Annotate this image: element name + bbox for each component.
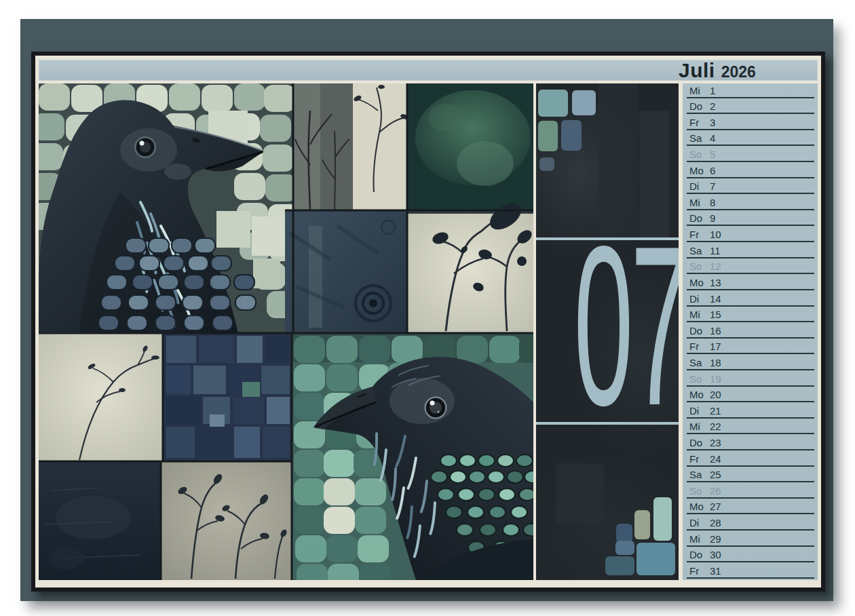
day-abbr: Di: [689, 405, 707, 417]
mosaic-texture-column: [556, 463, 604, 524]
day-row: Mo13: [683, 275, 818, 292]
day-abbr: So: [689, 261, 707, 272]
mosaic-tile: [539, 157, 554, 171]
mosaic-tile: [634, 510, 650, 539]
day-row: Di14: [683, 292, 818, 308]
day-number: 4: [710, 132, 715, 144]
mosaic-tile: [538, 121, 558, 151]
day-number: 21: [710, 405, 721, 417]
day-abbr: Do: [689, 437, 707, 448]
day-abbr: Fr: [689, 341, 707, 352]
mosaic-tile: [615, 541, 634, 555]
day-row: Do9: [683, 212, 818, 228]
tree-panel-gray: [293, 83, 353, 210]
day-row: So12: [683, 260, 818, 276]
desk-pad: Juli 2026: [20, 19, 833, 601]
artwork-panel: [39, 83, 533, 580]
day-row: Mo6: [683, 163, 818, 180]
month-name: Juli: [679, 60, 715, 80]
day-row: Di7: [683, 180, 818, 196]
day-number: 17: [710, 341, 721, 352]
block-mosaic-panel: [163, 333, 292, 461]
mosaic-tile: [572, 90, 596, 115]
day-abbr: Sa: [689, 357, 707, 368]
day-abbr: Di: [689, 293, 707, 305]
day-number: 2: [710, 100, 715, 112]
day-number: 15: [710, 309, 721, 320]
day-abbr: Mo: [689, 501, 707, 512]
day-number: 26: [710, 485, 721, 497]
day-abbr: So: [689, 373, 707, 385]
day-number: 25: [710, 469, 721, 480]
day-row: Mo20: [683, 388, 818, 404]
day-number: 5: [710, 149, 715, 160]
day-row: Fr24: [683, 452, 818, 468]
day-abbr: So: [689, 485, 707, 497]
twig-bush-panel: [161, 461, 292, 580]
thin-branch-panel: [39, 333, 163, 461]
day-number: 10: [710, 229, 721, 240]
day-row: Do2: [683, 100, 818, 116]
calendar-sheet: Juli 2026: [31, 52, 825, 592]
day-number: 20: [710, 389, 721, 400]
day-abbr: Di: [689, 180, 707, 192]
day-number: 30: [710, 549, 721, 560]
day-row: Mi29: [683, 532, 818, 548]
day-number: 16: [710, 325, 721, 336]
day-number: 19: [710, 373, 721, 385]
day-number: 14: [710, 293, 721, 305]
day-row: Do23: [683, 436, 818, 452]
day-abbr: Do: [689, 100, 707, 112]
cream-mat: Juli 2026: [35, 56, 821, 588]
day-abbr: Mi: [689, 309, 707, 320]
day-number: 11: [710, 245, 721, 256]
day-row: Fr17: [683, 340, 818, 356]
day-number: 3: [710, 117, 715, 128]
day-number: 18: [710, 357, 721, 368]
day-row: Mo27: [683, 500, 818, 516]
day-number: 29: [710, 533, 721, 545]
day-abbr: Di: [689, 517, 707, 528]
day-row: Fr10: [683, 227, 818, 244]
day-row: Mi8: [683, 195, 818, 212]
mosaic-tile: [636, 543, 675, 575]
day-number: 7: [710, 180, 715, 192]
day-abbr: Fr: [689, 453, 707, 465]
day-row: Sa4: [683, 132, 818, 148]
day-number: 28: [710, 517, 721, 528]
day-number: 27: [710, 501, 721, 512]
day-number: 8: [710, 197, 715, 208]
day-row: Mi1: [683, 83, 818, 100]
day-abbr: Mi: [689, 421, 707, 432]
day-number: 31: [710, 565, 721, 577]
twig-panel-cream: [353, 83, 409, 210]
day-row: Sa11: [683, 244, 818, 260]
day-abbr: Mo: [689, 277, 707, 288]
mosaic-tile: [538, 90, 568, 117]
glow-panel-teal: [407, 83, 533, 210]
dark-texture-panel: [39, 461, 161, 580]
day-abbr: Mi: [689, 533, 707, 545]
day-row: Di21: [683, 404, 818, 420]
day-row: Mi22: [683, 420, 818, 436]
day-abbr: Do: [689, 325, 707, 336]
day-abbr: Mi: [689, 197, 707, 208]
day-number: 12: [710, 261, 721, 272]
day-abbr: Do: [689, 212, 707, 224]
day-row: Mi15: [683, 308, 818, 324]
day-row: Di28: [683, 516, 818, 532]
day-abbr: Mo: [689, 165, 707, 176]
day-abbr: Fr: [689, 565, 707, 577]
day-abbr: Mi: [689, 85, 707, 96]
day-abbr: Sa: [689, 132, 707, 144]
day-number: 24: [710, 453, 721, 465]
day-abbr: Sa: [689, 245, 707, 256]
raven-mosaic-artwork: [39, 83, 533, 580]
day-abbr: Mo: [689, 389, 707, 400]
day-number: 9: [710, 212, 715, 224]
raven-right-eye: [425, 398, 446, 419]
day-number: 13: [710, 277, 721, 288]
day-abbr: Do: [689, 549, 707, 560]
day-abbr: So: [689, 149, 707, 160]
day-number: 23: [710, 437, 721, 448]
